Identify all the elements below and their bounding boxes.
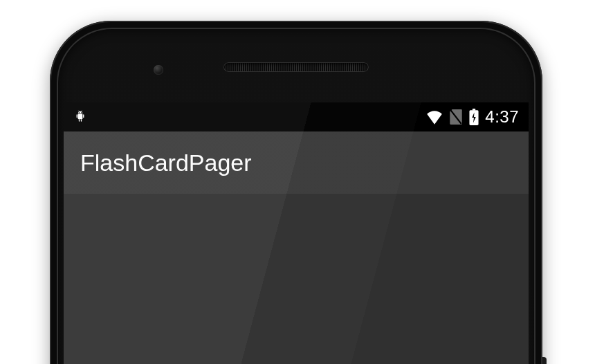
battery-charging-icon	[468, 109, 479, 125]
front-camera	[154, 65, 163, 75]
earpiece	[223, 62, 369, 72]
power-button[interactable]	[542, 357, 547, 364]
svg-rect-5	[77, 114, 77, 118]
svg-line-3	[82, 111, 82, 111]
status-bar[interactable]: 4:37	[64, 102, 529, 131]
svg-line-2	[79, 111, 80, 111]
screen: 4:37 FlashCardPager	[64, 102, 529, 364]
svg-rect-8	[81, 119, 82, 121]
wifi-icon	[425, 109, 443, 125]
no-sim-icon	[449, 109, 463, 125]
svg-point-1	[81, 112, 82, 113]
svg-rect-6	[83, 114, 84, 118]
status-clock: 4:37	[485, 107, 519, 127]
svg-rect-11	[473, 109, 475, 111]
svg-rect-7	[79, 119, 80, 121]
app-title: FlashCardPager	[80, 149, 252, 176]
svg-point-0	[79, 112, 80, 113]
app-content[interactable]	[64, 194, 529, 364]
android-debug-icon	[73, 110, 87, 124]
device-frame: 4:37 FlashCardPager	[50, 21, 542, 364]
action-bar: FlashCardPager	[64, 131, 529, 194]
svg-rect-4	[78, 114, 83, 120]
